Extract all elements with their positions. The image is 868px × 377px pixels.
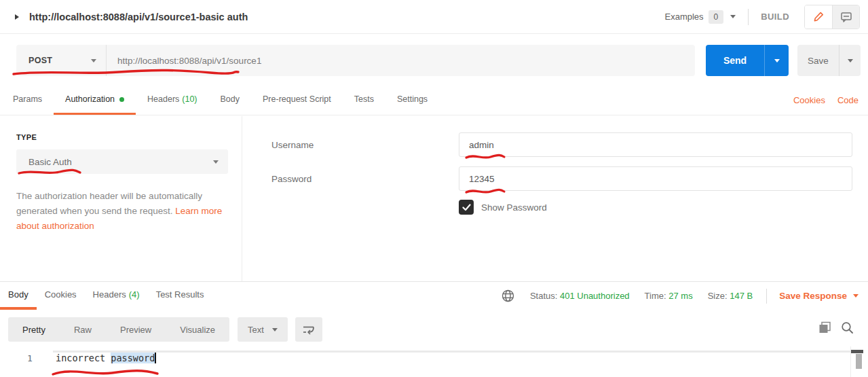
tab-headers[interactable]: Headers (10) <box>136 86 208 115</box>
show-password-checkbox[interactable] <box>459 200 474 215</box>
pencil-icon <box>813 11 825 22</box>
username-label: Username <box>271 140 314 150</box>
method-chevron-down-icon <box>91 59 96 62</box>
tab-settings[interactable]: Settings <box>385 86 439 115</box>
size-value: 147 B <box>730 291 753 301</box>
send-options-button[interactable] <box>764 45 789 76</box>
divider <box>766 289 767 304</box>
pane-divider <box>242 116 242 281</box>
send-button[interactable]: Send <box>706 45 764 76</box>
code-text-highlighted: password <box>111 353 155 363</box>
format-chevron-down-icon <box>272 328 278 331</box>
auth-type-chevron-down-icon <box>213 160 219 164</box>
view-tab-pretty[interactable]: Pretty <box>8 317 60 342</box>
request-tabs: Params Authorization Headers (10) Body P… <box>0 86 868 115</box>
auth-type-select[interactable]: Basic Auth <box>16 149 228 174</box>
tab-authorization[interactable]: Authorization <box>54 86 136 115</box>
chevron-down-icon <box>774 59 780 62</box>
check-icon <box>462 204 471 211</box>
status-field: Status: 401 Unauthorized <box>530 291 630 301</box>
password-label: Password <box>271 174 312 184</box>
code-link[interactable]: Code <box>837 95 858 105</box>
auth-description: The authorization header will be automat… <box>16 189 232 234</box>
time-value: 27 ms <box>668 291 692 301</box>
auth-type-label: TYPE <box>16 133 37 141</box>
comment-icon <box>840 11 852 23</box>
method-value: POST <box>29 56 52 65</box>
comments-button[interactable] <box>832 5 859 29</box>
method-select[interactable]: POST <box>16 45 106 76</box>
examples-label[interactable]: Examples <box>665 12 704 22</box>
url-input[interactable]: http://localhost:8088/api/v1/source1 <box>107 56 261 66</box>
password-field[interactable] <box>459 166 852 191</box>
search-icon[interactable] <box>841 321 854 334</box>
edit-mode-button[interactable] <box>805 5 832 29</box>
response-tab-test-results[interactable]: Test Results <box>148 282 212 310</box>
save-response-button[interactable]: Save Response <box>779 291 858 301</box>
view-mode-segmented-control: Pretty Raw Preview Visualize <box>8 317 229 342</box>
collapse-triangle-icon[interactable] <box>15 14 19 20</box>
request-title-bar: http://localhost:8088/api/v1/source1-bas… <box>0 0 868 34</box>
examples-count-badge: 0 <box>709 10 724 24</box>
cookies-link[interactable]: Cookies <box>793 95 825 105</box>
response-tab-cookies[interactable]: Cookies <box>37 282 85 310</box>
tab-body[interactable]: Body <box>209 86 252 115</box>
username-field[interactable] <box>459 132 852 157</box>
status-value: 401 Unauthorized <box>560 291 630 301</box>
save-options-button[interactable] <box>839 45 861 76</box>
text-cursor <box>155 353 156 363</box>
line-number: 1 <box>27 353 33 363</box>
tab-pre-request-script[interactable]: Pre-request Script <box>251 86 343 115</box>
mode-icon-group <box>804 5 860 29</box>
examples-chevron-down-icon[interactable] <box>730 15 736 18</box>
chevron-down-icon <box>848 59 853 62</box>
time-field: Time: 27 ms <box>645 291 693 301</box>
url-bar: POST http://localhost:8088/api/v1/source… <box>16 45 695 76</box>
size-field: Size: 147 B <box>708 291 753 301</box>
send-split-button: Send <box>706 45 789 76</box>
divider <box>850 346 851 377</box>
show-password-label: Show Password <box>481 202 547 213</box>
format-value: Text <box>248 325 264 335</box>
response-header: Body Cookies Headers (4) Test Results St… <box>0 282 868 310</box>
auth-type-value: Basic Auth <box>16 157 72 167</box>
postman-request-window: http://localhost:8088/api/v1/source1-bas… <box>0 0 868 377</box>
save-button[interactable]: Save <box>797 45 839 76</box>
save-split-button: Save <box>797 45 861 76</box>
globe-icon[interactable] <box>501 289 515 303</box>
view-tab-visualize[interactable]: Visualize <box>166 317 229 342</box>
wrap-text-icon <box>302 325 315 335</box>
editor-top-strip <box>53 351 863 353</box>
scrollbar-thumb[interactable] <box>856 354 862 369</box>
format-select[interactable]: Text <box>238 317 288 342</box>
copy-icon[interactable] <box>818 321 831 334</box>
auth-configured-dot <box>119 97 124 102</box>
response-tab-headers[interactable]: Headers (4) <box>85 282 148 310</box>
view-tab-preview[interactable]: Preview <box>106 317 166 342</box>
tab-params[interactable]: Params <box>1 86 54 115</box>
code-text: incorrect <box>56 353 111 363</box>
scrollbar-mark <box>851 350 863 353</box>
view-tab-raw[interactable]: Raw <box>60 317 106 342</box>
response-view-toolbar: Pretty Raw Preview Visualize Text <box>8 317 322 342</box>
divider <box>748 9 749 25</box>
save-response-chevron-down-icon <box>853 294 858 298</box>
wrap-lines-button[interactable] <box>295 317 322 342</box>
headers-count: (10) <box>182 94 197 104</box>
tab-tests[interactable]: Tests <box>343 86 385 115</box>
response-body-line[interactable]: incorrect password <box>56 353 156 363</box>
response-tab-body[interactable]: Body <box>0 282 37 310</box>
build-label: BUILD <box>761 12 789 22</box>
response-headers-count: (4) <box>129 289 140 300</box>
request-title: http://localhost:8088/api/v1/source1-bas… <box>29 12 248 22</box>
annotation-response-underline <box>53 371 157 374</box>
